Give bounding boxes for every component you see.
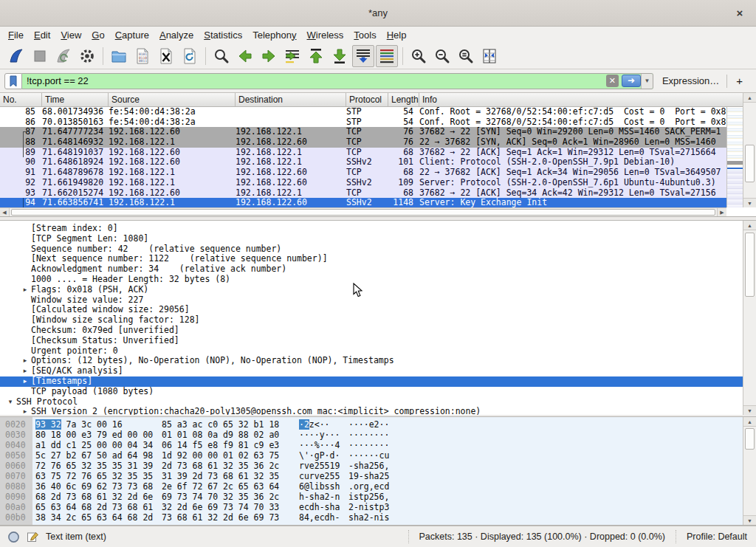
packet-row[interactable]: 9471.663856741192.168.122.1192.168.122.6…: [0, 198, 726, 207]
ascii-group2[interactable]: 2-nistp3: [348, 502, 389, 512]
menu-item-file[interactable]: File: [3, 28, 29, 42]
expand-arrow-icon[interactable]: ▸: [19, 376, 31, 387]
hex-bytes-group2[interactable]: 73 68 61 32 2d 6e 69 73: [162, 512, 279, 523]
hex-bytes-group1[interactable]: 80 18 00 e3 79 ed 00 00: [35, 430, 153, 440]
detail-line[interactable]: [Calculated window size: 29056]: [0, 305, 743, 315]
go-to-packet-button[interactable]: [281, 45, 303, 67]
column-header-time[interactable]: Time: [42, 93, 109, 106]
ascii-group1[interactable]: h-sha2-n: [299, 492, 340, 502]
ascii-group2[interactable]: 19-sha25: [348, 471, 389, 481]
hex-row[interactable]: 003080 18 00 e3 79 ed 00 0001 01 08 0a d…: [0, 430, 743, 440]
menu-item-wireless[interactable]: Wireless: [302, 28, 349, 42]
ascii-group1[interactable]: rve25519: [299, 461, 340, 471]
expand-arrow-icon[interactable]: ▾: [4, 397, 16, 407]
column-header-protocol[interactable]: Protocol: [346, 93, 388, 106]
hex-bytes-group2[interactable]: 1d 92 00 00 01 02 63 75: [162, 450, 279, 461]
packet-row[interactable]: 9071.648618924192.168.122.60192.168.122.…: [0, 157, 726, 168]
expert-info-icon[interactable]: [7, 531, 20, 543]
packet-minimap[interactable]: [726, 107, 743, 207]
scroll-up-icon[interactable]: ▲: [743, 417, 756, 427]
ascii-group2[interactable]: -sha256,: [348, 461, 389, 471]
menu-item-capture[interactable]: Capture: [110, 28, 154, 42]
scroll-up-icon[interactable]: ▲: [743, 93, 756, 103]
close-file-button[interactable]: [155, 45, 177, 67]
hex-row[interactable]: 00505c 27 b2 67 50 ad 64 981d 92 00 00 0…: [0, 450, 743, 461]
column-header-length[interactable]: Length: [388, 93, 419, 106]
auto-scroll-toggle[interactable]: [352, 45, 374, 67]
detail-line[interactable]: [TCP Segment Len: 1080]: [0, 234, 743, 244]
menu-item-tools[interactable]: Tools: [348, 28, 381, 42]
ascii-group1[interactable]: ···%···4: [299, 440, 340, 450]
hex-row[interactable]: 008036 40 6c 69 62 73 73 682e 6f 72 67 2…: [0, 481, 743, 492]
detail-line[interactable]: Sequence number: 42 (relative sequence n…: [0, 244, 743, 255]
ascii-group2[interactable]: ········: [348, 440, 389, 450]
hex-bytes-group1[interactable]: 38 34 2c 65 63 64 68 2d: [35, 512, 153, 523]
zoom-out-button[interactable]: [431, 45, 453, 67]
column-header-source[interactable]: Source: [109, 93, 236, 106]
open-file-button[interactable]: [108, 45, 130, 67]
hex-row[interactable]: 00a065 63 64 68 2d 73 68 6132 2d 6e 69 7…: [0, 502, 743, 512]
expand-arrow-icon[interactable]: ▸: [19, 407, 31, 415]
zoom-in-button[interactable]: [408, 45, 430, 67]
hex-bytes-group2[interactable]: 01 01 08 0a d9 88 02 a0: [162, 430, 279, 440]
ascii-group2[interactable]: sha2-nis: [348, 512, 389, 523]
packet-list-hscrollbar[interactable]: ◀ ▶: [0, 207, 726, 216]
titlebar[interactable]: *any ×: [0, 0, 756, 27]
packet-list-vscrollbar[interactable]: ▲ ▼: [743, 93, 756, 207]
go-back-button[interactable]: [234, 45, 256, 67]
menu-item-help[interactable]: Help: [382, 28, 412, 42]
hex-row[interactable]: 009068 2d 73 68 61 32 2d 6e69 73 74 70 3…: [0, 492, 743, 502]
detail-line[interactable]: [Stream index: 0]: [0, 224, 743, 234]
detail-line[interactable]: ▾SSH Protocol: [0, 397, 743, 407]
packet-row[interactable]: 9371.662015274192.168.122.60192.168.122.…: [0, 188, 726, 199]
hex-bytes-group2[interactable]: 69 73 74 70 32 35 36 2c: [162, 492, 279, 502]
column-header-no[interactable]: No.: [0, 93, 42, 106]
scroll-down-icon[interactable]: ▼: [743, 405, 756, 415]
detail-line[interactable]: ▸[SEQ/ACK analysis]: [0, 366, 743, 376]
packet-row[interactable]: 8971.648191037192.168.122.60192.168.122.…: [0, 148, 726, 158]
ascii-group2[interactable]: ····e2··: [348, 419, 389, 430]
detail-line[interactable]: ▸[Timestamps]: [0, 376, 743, 387]
detail-line[interactable]: [Checksum Status: Unverified]: [0, 336, 743, 346]
hex-bytes-group1[interactable]: 36 40 6c 69 62 73 73 68: [35, 481, 153, 492]
packet-row[interactable]: 8771.647777234192.168.122.60192.168.122.…: [0, 127, 726, 137]
filter-bookmark-button[interactable]: [4, 73, 22, 89]
scroll-down-icon[interactable]: ▼: [743, 515, 756, 525]
hex-bytes-group1[interactable]: 65 63 64 68 2d 73 68 61: [35, 502, 153, 512]
hex-row[interactable]: 00b038 34 2c 65 63 64 68 2d73 68 61 32 2…: [0, 512, 743, 523]
capture-options-button[interactable]: [76, 45, 98, 67]
resize-columns-button[interactable]: [478, 45, 501, 67]
expand-arrow-icon[interactable]: ▸: [19, 356, 31, 366]
reload-file-button[interactable]: [179, 45, 201, 67]
expression-button[interactable]: Expression…: [653, 75, 726, 86]
menu-item-analyze[interactable]: Analyze: [154, 28, 199, 42]
detail-line[interactable]: ▸SSH Version 2 (encryption:chacha20-poly…: [0, 407, 743, 415]
close-button[interactable]: ×: [732, 6, 747, 21]
stop-capture-button[interactable]: [29, 45, 51, 67]
packet-row[interactable]: 8670.013850163fe:54:00:d4:38:2aSTP54Conf…: [0, 117, 726, 128]
hex-row[interactable]: 007063 75 72 76 65 32 35 3531 39 2d 73 6…: [0, 471, 743, 481]
go-to-bottom-button[interactable]: [329, 45, 351, 67]
packet-row[interactable]: 8871.648146932192.168.122.1192.168.122.6…: [0, 137, 726, 148]
menu-item-go[interactable]: Go: [86, 28, 109, 42]
expand-arrow-icon[interactable]: ▸: [19, 285, 31, 295]
filter-clear-icon[interactable]: ✕: [606, 75, 619, 87]
detail-line[interactable]: Urgent pointer: 0: [0, 346, 743, 357]
ascii-group2[interactable]: istp256,: [348, 492, 389, 502]
ascii-group1[interactable]: 6@libssh: [299, 481, 340, 492]
menu-item-edit[interactable]: Edit: [29, 28, 55, 42]
find-packet-button[interactable]: [210, 45, 233, 67]
capture-comment-icon[interactable]: [27, 531, 39, 543]
column-header-info[interactable]: Info: [419, 93, 743, 106]
hex-bytes-group2[interactable]: 2e 6f 72 67 2c 65 63 64: [162, 481, 279, 492]
detail-line[interactable]: ▸Flags: 0x018 (PSH, ACK): [0, 285, 743, 295]
details-vscrollbar[interactable]: ▲ ▼: [743, 221, 756, 415]
hex-row[interactable]: 006072 76 65 32 35 35 31 392d 73 68 61 3…: [0, 461, 743, 471]
hex-bytes-group1[interactable]: 72 76 65 32 35 35 31 39: [35, 461, 153, 471]
scroll-down-icon[interactable]: ▼: [743, 198, 756, 207]
restart-capture-button[interactable]: [52, 45, 75, 67]
detail-line[interactable]: 1000 .... = Header Length: 32 bytes (8): [0, 275, 743, 285]
scroll-up-icon[interactable]: ▲: [743, 221, 756, 230]
hex-row[interactable]: 0040a1 dd c1 25 00 00 04 3406 14 f5 e8 f…: [0, 440, 743, 450]
hex-bytes-group1[interactable]: 5c 27 b2 67 50 ad 64 98: [35, 450, 153, 461]
